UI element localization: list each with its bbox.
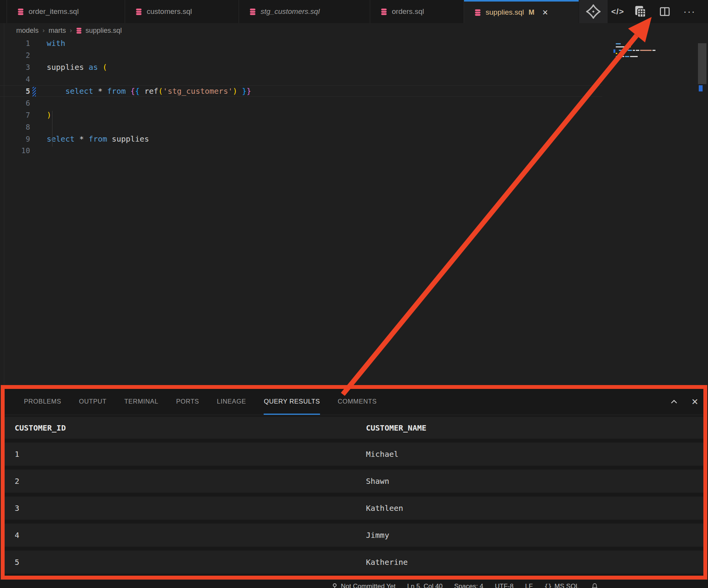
tab-order-items-sql[interactable]: order_items.sql <box>7 0 125 23</box>
code-token: { <box>135 86 140 96</box>
code-line-8[interactable]: 8 <box>0 121 602 133</box>
chevron-right-icon: › <box>70 27 72 34</box>
tab-orders-sql[interactable]: orders.sql <box>370 0 464 23</box>
overview-ruler-modified-marker <box>699 85 703 91</box>
code-token: * <box>79 134 84 144</box>
database-icon <box>135 8 142 15</box>
minimap-token <box>628 50 632 51</box>
source-control-icon <box>331 583 338 588</box>
minimap-line <box>616 43 621 44</box>
cell-customer-name: Michael <box>366 443 398 466</box>
dbt-power-user-icon[interactable] <box>579 0 608 23</box>
panel-tab-ports[interactable]: PORTS <box>176 389 199 415</box>
minimap-token <box>633 50 635 51</box>
code-token: from <box>88 134 107 144</box>
line-number: 1 <box>0 39 30 47</box>
status-cursor-position[interactable]: Ln 5, Col 40 <box>407 583 443 588</box>
panel-close-icon[interactable]: ✕ <box>687 389 703 415</box>
code-line-1[interactable]: 1with <box>0 37 602 49</box>
minimap-token <box>636 50 639 51</box>
panel-tab-lineage[interactable]: LINEAGE <box>217 389 246 415</box>
column-header-customer-id[interactable]: CUSTOMER_ID <box>15 417 66 439</box>
panel-tab-problems[interactable]: PROBLEMS <box>24 389 61 415</box>
minimap-token <box>652 50 655 51</box>
database-icon <box>380 8 388 15</box>
minimap-token <box>616 43 621 44</box>
panel-collapse-chevron-icon[interactable] <box>666 389 682 415</box>
code-token: { <box>130 86 135 96</box>
code-line-3[interactable]: 3supplies as ( <box>0 61 602 73</box>
column-header-customer-name[interactable]: CUSTOMER_NAME <box>366 417 427 439</box>
code-line-5[interactable]: 5 select * from {{ ref('stg_customers') … <box>0 85 602 97</box>
status-scm-label: Not Committed Yet <box>341 583 396 588</box>
breadcrumb-item-models[interactable]: models <box>16 27 39 35</box>
minimap-token <box>626 46 628 47</box>
code-token: supplies <box>47 63 88 72</box>
braces-icon: {} <box>544 583 552 588</box>
minimap-token <box>625 50 627 51</box>
code-token: ( <box>158 86 163 96</box>
code-token <box>75 134 79 144</box>
code-token: ref <box>144 86 158 96</box>
status-eol[interactable]: LF <box>525 583 533 588</box>
table-row[interactable]: 4Jimmy <box>5 524 703 547</box>
query-results-table-icon[interactable] <box>629 0 651 23</box>
table-row[interactable]: 3Kathleen <box>5 497 703 520</box>
cell-customer-id: 4 <box>15 524 19 547</box>
minimap-token <box>625 56 629 57</box>
code-token <box>98 63 102 72</box>
notifications-bell-icon[interactable] <box>591 583 598 588</box>
code-line-9[interactable]: 9select * from supplies <box>0 133 602 145</box>
code-line-2[interactable]: 2 <box>0 49 602 61</box>
minimap[interactable] <box>613 43 656 61</box>
status-source-control[interactable]: Not Committed Yet <box>331 583 396 588</box>
code-token: select <box>65 86 93 96</box>
breadcrumb-item-file[interactable]: supplies.sql <box>76 27 122 35</box>
table-row[interactable]: 5Katherine <box>5 551 703 574</box>
code-line-6[interactable]: 6 <box>0 97 602 109</box>
code-text: supplies as ( <box>30 63 107 72</box>
cell-customer-id: 1 <box>15 443 19 466</box>
split-editor-icon[interactable] <box>654 0 676 23</box>
tab-supplies-sql[interactable]: supplies.sql M ✕ <box>464 0 579 23</box>
database-icon <box>17 8 24 15</box>
tab-customers-sql[interactable]: customers.sql <box>125 0 239 23</box>
minimap-token <box>630 56 638 57</box>
panel-tab-output[interactable]: OUTPUT <box>79 389 107 415</box>
panel-tab-comments[interactable]: COMMENTS <box>338 389 377 415</box>
cell-customer-name: Shawn <box>366 470 389 493</box>
status-language-label: MS SQL <box>554 583 579 588</box>
code-line-7[interactable]: 7) <box>0 109 602 121</box>
compiled-code-icon[interactable]: </> <box>608 0 627 23</box>
code-text: with <box>30 39 65 48</box>
database-icon <box>76 27 82 34</box>
cell-customer-name: Katherine <box>366 551 408 574</box>
status-encoding[interactable]: UTF-8 <box>495 583 513 588</box>
panel-tab-terminal[interactable]: TERMINAL <box>124 389 158 415</box>
status-indentation[interactable]: Spaces: 4 <box>454 583 483 588</box>
tab-stg-customers-sql[interactable]: stg_customers.sql <box>239 0 370 23</box>
code-token: from <box>107 86 126 96</box>
code-text: ) <box>30 110 51 120</box>
tab-close-icon[interactable]: ✕ <box>540 7 550 18</box>
bottom-panel: PROBLEMS OUTPUT TERMINAL PORTS LINEAGE Q… <box>5 389 703 580</box>
line-number: 6 <box>0 99 30 107</box>
breadcrumb-item-marts[interactable]: marts <box>49 27 66 35</box>
code-editor[interactable]: 1with23supplies as (45 select * from {{ … <box>0 37 708 385</box>
line-number: 5 <box>0 87 30 95</box>
code-token: supplies <box>107 134 149 144</box>
scrollbar-slider[interactable] <box>698 43 706 84</box>
code-line-4[interactable]: 4 <box>0 73 602 85</box>
table-row[interactable]: 2Shawn <box>5 470 703 493</box>
table-row[interactable]: 1Michael <box>5 443 703 466</box>
minimap-token <box>640 50 652 51</box>
minimap-line <box>616 46 631 47</box>
status-language-mode[interactable]: {} MS SQL <box>544 583 579 588</box>
more-actions-icon[interactable]: ··· <box>679 0 700 23</box>
tab-label: orders.sql <box>392 7 424 16</box>
code-line-10[interactable]: 10 <box>0 145 602 157</box>
tab-label: customers.sql <box>147 7 192 16</box>
panel-tab-query-results[interactable]: QUERY RESULTS <box>264 389 320 415</box>
code-token: with <box>47 39 65 48</box>
cell-customer-name: Kathleen <box>366 497 403 520</box>
